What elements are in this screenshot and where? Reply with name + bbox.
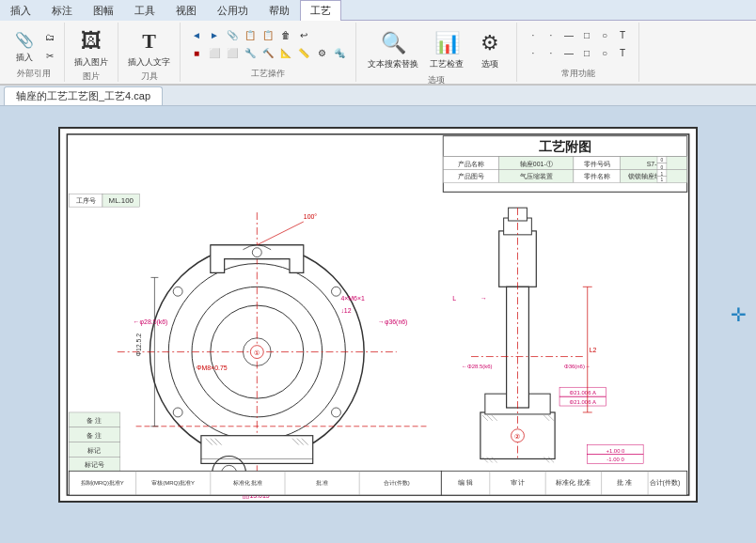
btn-op2-6[interactable]: 📐: [277, 44, 294, 61]
btn-delete-op[interactable]: 🗑: [277, 26, 294, 43]
btn-op2-2[interactable]: ⬜: [206, 44, 223, 61]
btn-c6[interactable]: T: [614, 26, 631, 43]
svg-text:→φ36(n6): →φ36(n6): [378, 318, 407, 326]
btn-c9[interactable]: —: [560, 44, 577, 61]
btn-settings[interactable]: ⚙ 选项: [471, 26, 509, 72]
svg-text:0: 0: [661, 158, 664, 163]
btn-insert-image-label: 插入图片: [74, 56, 108, 69]
btn-paste-op[interactable]: 📋: [260, 26, 276, 43]
btn-insert-external[interactable]: 📎 插入: [9, 27, 39, 66]
btn-search-replace[interactable]: 🔍 文本搜索替换: [364, 26, 422, 72]
btn-op2-5[interactable]: 🔨: [260, 44, 276, 61]
group-label-common: 常用功能: [561, 68, 595, 80]
group-label-process-op: 工艺操作: [251, 68, 285, 80]
btn-copy-op[interactable]: 📋: [242, 26, 259, 43]
svg-text:Φ21.006 A: Φ21.006 A: [570, 390, 597, 396]
svg-text:合计(件数): 合计(件数): [384, 480, 410, 486]
image-buttons: 🖼 插入图片: [71, 24, 112, 70]
btn-process-check[interactable]: 📊 工艺检查: [426, 26, 467, 72]
svg-text:Φ12.5.2: Φ12.5.2: [135, 334, 142, 357]
external-ref-buttons: 📎 插入 🗂 ✂: [9, 24, 58, 68]
tab-layout[interactable]: 图幅: [83, 0, 124, 21]
btn-op2-3[interactable]: ⬜: [224, 44, 241, 61]
btn-process-check-label: 工艺检查: [430, 58, 464, 70]
ribbon: 插入 标注 图幅 工具 视图 公用功 帮助 工艺 📎 插入 🗂 ✂: [0, 0, 756, 85]
tab-view[interactable]: 视图: [165, 0, 207, 21]
btn-arrow-right[interactable]: ►: [206, 26, 223, 43]
btn-attach[interactable]: 📎: [224, 26, 241, 43]
svg-text:批 准: 批 准: [316, 480, 329, 486]
svg-text:↓12: ↓12: [340, 307, 351, 314]
svg-text:备 注: 备 注: [87, 417, 102, 424]
btn-insert-text[interactable]: T 插入人文字: [124, 24, 174, 70]
btn-c11[interactable]: ○: [596, 44, 613, 61]
tab-insert[interactable]: 插入: [0, 0, 41, 21]
svg-text:←φ28.5(k6): ←φ28.5(k6): [134, 318, 168, 326]
btn-c10[interactable]: □: [578, 44, 595, 61]
ribbon-content: 📎 插入 🗂 ✂ 外部引用 🖼 插入图片: [0, 21, 756, 85]
btn-settings-label: 选项: [481, 58, 498, 70]
svg-text:Φ36(n6)→: Φ36(n6)→: [564, 364, 591, 369]
svg-text:4×M6×1: 4×M6×1: [340, 295, 365, 302]
tab-help[interactable]: 帮助: [259, 0, 300, 21]
btn-c8[interactable]: ·: [543, 44, 559, 61]
btn-c1[interactable]: ·: [525, 26, 542, 43]
svg-text:审 计: 审 计: [511, 479, 526, 486]
svg-text:标准化 批准: 标准化 批准: [555, 479, 591, 486]
svg-text:合计(件数): 合计(件数): [650, 479, 681, 487]
tab-process[interactable]: 工艺: [300, 0, 341, 21]
tool-buttons: T 插入人文字: [124, 24, 174, 70]
btn-undo[interactable]: ↩: [295, 26, 312, 43]
svg-point-48: [332, 408, 341, 417]
btn-c4[interactable]: □: [578, 26, 595, 43]
btn-insert-text-label: 插入人文字: [128, 56, 170, 69]
btn-op2-8[interactable]: ⚙: [313, 44, 330, 61]
svg-text:标记: 标记: [87, 447, 101, 454]
ribbon-group-common: · · — □ ○ T · · — □ ○ T 常用功能: [517, 23, 639, 82]
svg-text:Φ21.006 A: Φ21.006 A: [570, 399, 597, 405]
svg-text:审核(MRQ)批准Y: 审核(MRQ)批准Y: [151, 479, 195, 486]
btn-c2[interactable]: ·: [543, 26, 559, 43]
process-op-row1: ◄ ► 📎 📋 📋 🗑 ↩: [188, 26, 348, 43]
svg-rect-40: [201, 436, 313, 464]
btn-search-replace-label: 文本搜索替换: [368, 58, 418, 70]
ribbon-tab-bar: 插入 标注 图幅 工具 视图 公用功 帮助 工艺: [0, 0, 756, 21]
tab-common[interactable]: 公用功: [207, 0, 259, 21]
btn-c12[interactable]: T: [614, 44, 631, 61]
btn-c7[interactable]: ·: [525, 44, 542, 61]
btn-insert-image[interactable]: 🖼 插入图片: [71, 24, 112, 70]
btn-cut[interactable]: ✂: [41, 47, 58, 64]
btn-c3[interactable]: —: [560, 26, 577, 43]
svg-text:零件名称: 零件名称: [584, 173, 610, 180]
btn-op2-9[interactable]: 🔩: [331, 44, 348, 61]
insert-text-icon: T: [134, 26, 165, 56]
group-label-external-ref: 外部引用: [17, 68, 51, 80]
ribbon-group-image: 🖼 插入图片 图片: [65, 23, 118, 82]
svg-point-47: [332, 287, 341, 296]
svg-text:工艺附图: 工艺附图: [539, 139, 591, 154]
svg-text:零件号码: 零件号码: [584, 161, 610, 168]
svg-point-50: [173, 408, 182, 417]
cut-icon: ✂: [46, 51, 54, 61]
settings-icon: ⚙: [475, 28, 505, 58]
doc-tab-bar: 轴座的工艺工艺图_工艺4.cap: [0, 85, 756, 106]
btn-op2-7[interactable]: 📏: [295, 44, 312, 61]
svg-text:L: L: [452, 295, 456, 302]
svg-point-49: [173, 287, 182, 296]
common-row1: · · — □ ○ T: [525, 26, 631, 43]
group-label-tool: 刀具: [141, 70, 158, 83]
svg-text:轴座001-①: 轴座001-①: [520, 161, 553, 167]
btn-c5[interactable]: ○: [596, 26, 613, 43]
btn-arrow-left[interactable]: ◄: [188, 26, 205, 43]
btn-op2-1[interactable]: ■: [188, 44, 205, 61]
process-op-row2: ■ ⬜ ⬜ 🔧 🔨 📐 📏 ⚙ 🔩: [188, 44, 348, 61]
svg-text:拟制(MRQ)批准Y: 拟制(MRQ)批准Y: [81, 479, 124, 486]
btn-op2-4[interactable]: 🔧: [242, 44, 259, 61]
canvas-area[interactable]: 工艺附图 产品名称 轴座001-① 零件号码 S7-2 0 0 产品图号 气压缩…: [0, 106, 756, 523]
svg-line-63: [257, 222, 304, 245]
doc-tab-current[interactable]: 轴座的工艺工艺图_工艺4.cap: [4, 86, 163, 105]
tab-annotation[interactable]: 标注: [41, 0, 83, 21]
svg-text:ML.100: ML.100: [109, 196, 134, 205]
btn-manage-ref[interactable]: 🗂: [41, 28, 58, 45]
tab-tools[interactable]: 工具: [124, 0, 165, 21]
